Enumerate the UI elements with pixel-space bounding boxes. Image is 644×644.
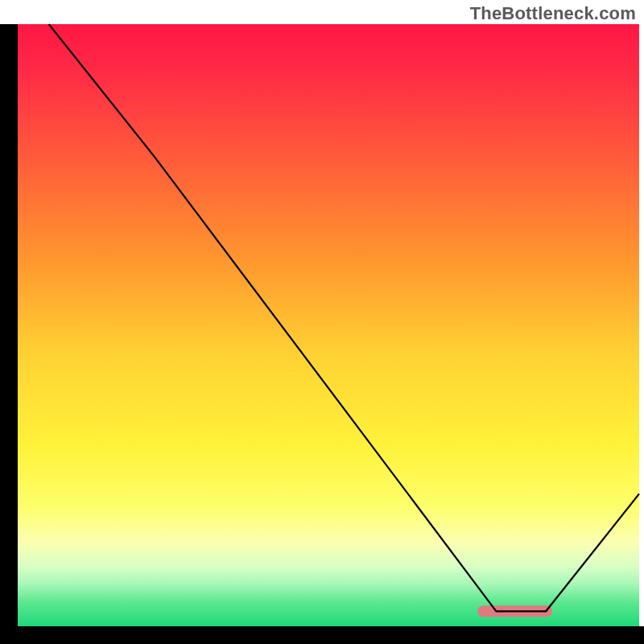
x-axis <box>0 626 644 644</box>
bottleneck-chart <box>0 0 644 644</box>
y-axis <box>0 24 18 644</box>
chart-container: TheBottleneck.com <box>0 0 644 644</box>
plot-background <box>18 24 639 626</box>
watermark-text: TheBottleneck.com <box>470 3 636 24</box>
